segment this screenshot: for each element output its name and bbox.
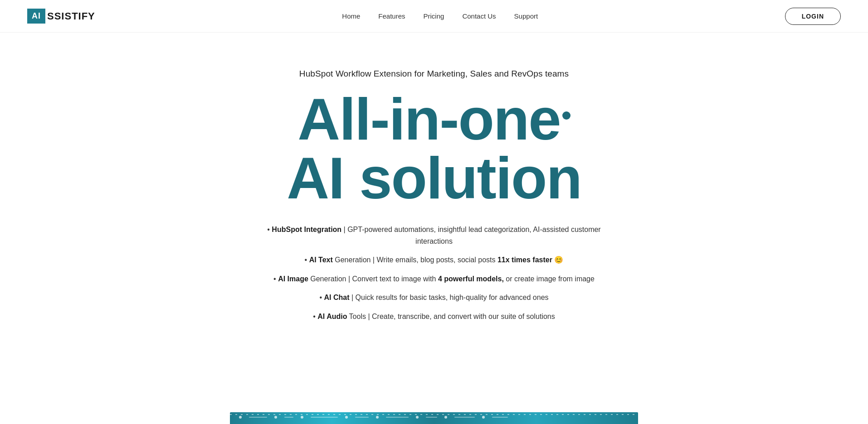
bottom-preview-dots (239, 416, 629, 419)
nav-link-home[interactable]: Home (342, 12, 360, 20)
hero-title-line1: All-in-one (287, 90, 581, 149)
hero-title-line2: AI solution (287, 149, 581, 207)
nav-link-pricing[interactable]: Pricing (424, 12, 444, 20)
preview-line (454, 417, 475, 418)
feature-ai-audio: • AI Audio Tools | Create, transcribe, a… (248, 311, 620, 323)
feature-hubspot: • HubSpot Integration | GPT-powered auto… (248, 224, 620, 247)
preview-line (355, 417, 369, 418)
hero-section: HubSpot Workflow Extension for Marketing… (162, 33, 706, 341)
nav-link-contact[interactable]: Contact Us (462, 12, 496, 20)
preview-dot (482, 416, 485, 419)
hero-features: • HubSpot Integration | GPT-powered auto… (248, 224, 620, 323)
preview-dot (239, 416, 242, 419)
preview-line (426, 417, 437, 418)
bottom-preview-strip (230, 412, 638, 424)
preview-line (492, 417, 508, 418)
preview-dot (376, 416, 379, 419)
nav-item-home[interactable]: Home (342, 12, 360, 20)
nav-item-features[interactable]: Features (378, 12, 405, 20)
feature-ai-image: • AI Image Generation | Convert text to … (248, 273, 620, 285)
login-button[interactable]: LOGIN (785, 8, 841, 25)
feature-hubspot-bold: HubSpot Integration (272, 226, 341, 233)
preview-line (311, 417, 338, 418)
preview-dot (345, 416, 348, 419)
feature-ai-text: • AI Text Generation | Write emails, blo… (248, 254, 620, 266)
nav-link-features[interactable]: Features (378, 12, 405, 20)
preview-line (249, 417, 267, 418)
nav-link-support[interactable]: Support (514, 12, 538, 20)
logo[interactable]: AI SSISTIFY (27, 9, 95, 24)
hero-subtitle: HubSpot Workflow Extension for Marketing… (299, 69, 569, 79)
preview-line (284, 417, 293, 418)
nav-item-support[interactable]: Support (514, 12, 538, 20)
feature-ai-chat-bold: AI Chat (324, 294, 350, 301)
feature-ai-image-bold: AI Image (278, 275, 308, 283)
nav-links: Home Features Pricing Contact Us Support (342, 12, 538, 20)
feature-ai-audio-bold: AI Audio (317, 313, 347, 320)
feature-ai-text-speed: 11x times faster (497, 256, 552, 264)
preview-dot (416, 416, 419, 419)
preview-dot (301, 416, 303, 419)
feature-ai-image-models: 4 powerful models, (438, 275, 504, 283)
nav-item-contact[interactable]: Contact Us (462, 12, 496, 20)
hero-title: All-in-one AI solution (287, 90, 581, 207)
preview-dot (444, 416, 447, 419)
feature-ai-chat: • AI Chat | Quick results for basic task… (248, 292, 620, 304)
logo-box: AI (27, 9, 45, 24)
logo-text: SSISTIFY (47, 10, 95, 22)
preview-dot (274, 416, 277, 419)
nav-item-pricing[interactable]: Pricing (424, 12, 444, 20)
navbar: AI SSISTIFY Home Features Pricing Contac… (0, 0, 868, 33)
hero-title-dot (562, 111, 571, 120)
preview-line (386, 417, 409, 418)
feature-ai-text-bold: AI Text (309, 256, 333, 264)
main-content: HubSpot Workflow Extension for Marketing… (0, 0, 868, 424)
